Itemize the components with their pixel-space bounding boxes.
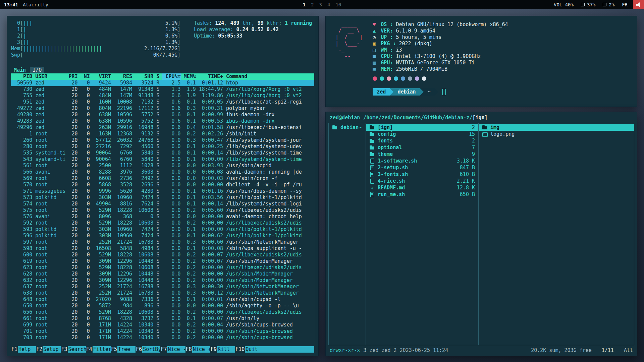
- process-row-pid-566[interactable]: 566avahi200828839763608S0.00.00:00.08ava…: [11, 169, 314, 175]
- process-row-pid-699[interactable]: 699root200171M1422410340S0.00.20:00.04/u…: [11, 322, 314, 328]
- process-row-pid-598[interactable]: 598root2001650858484984S0.00.10:00.08/sb…: [11, 245, 314, 252]
- prompt-segment-zed: zed: [373, 88, 390, 96]
- fkey-f8-nice[interactable]: Nice +: [192, 346, 210, 353]
- process-row-pid-260[interactable]: 260root200577122603224768S0.00.30:00.47/…: [11, 137, 314, 143]
- speaker-icon: [636, 2, 641, 7]
- column-header-virt[interactable]: VIRT: [90, 73, 111, 80]
- meter-cpu-3: 3[||1.3%]: [11, 39, 180, 46]
- module-keyboard-layout[interactable]: FR: [622, 2, 628, 7]
- process-row-pid-638[interactable]: 638root200252M2172416788S0.00.30:00.12/u…: [11, 290, 314, 296]
- process-row-pid-49296[interactable]: 49296zed200263M2991616948S0.60.40:01.58/…: [11, 124, 314, 131]
- disk-summary: 20.2K sum, 203G free: [531, 347, 592, 353]
- file-row-ign[interactable]: [ign]2: [366, 124, 478, 131]
- fkey-f10-quit[interactable]: Quit: [245, 346, 263, 353]
- tab-main[interactable]: Main: [11, 67, 29, 73]
- process-row-pid-543[interactable]: 543systemd-ti2009006467605840S0.00.10:00…: [11, 156, 314, 163]
- column-header-ni[interactable]: NI: [78, 73, 90, 80]
- column-header-pri[interactable]: PRI: [66, 73, 78, 80]
- process-row-pid-632[interactable]: 632root200309M1229610448S0.00.20:00.00/u…: [11, 277, 314, 284]
- fkey-f2-setup[interactable]: Setup: [43, 346, 61, 353]
- process-row-pid-619[interactable]: 619root200309M1229610448S0.00.20:00.07/u…: [11, 258, 314, 264]
- file-size: 3.18 K: [453, 158, 475, 164]
- workspace-3[interactable]: 3: [317, 2, 325, 7]
- module-cpu[interactable]: 2%: [603, 2, 614, 7]
- column-header-mem[interactable]: MEM%: [181, 73, 196, 80]
- module-memory[interactable]: 37%: [581, 2, 595, 7]
- file-row-readme-md[interactable]: ↓README.md12.8 K: [366, 184, 478, 191]
- process-row-pid-661[interactable]: 661root200876843283732S0.00.10:00.07/usr…: [11, 315, 314, 322]
- column-header-time[interactable]: TIME+: [196, 73, 223, 80]
- process-row-pid-656[interactable]: 656root200529M1822810608S0.00.20:00.00/u…: [11, 309, 314, 315]
- process-row-pid-571[interactable]: 571messagebus200999656204280S0.00.10:01.…: [11, 188, 314, 194]
- column-header-shr[interactable]: SHR: [132, 73, 153, 80]
- process-row-pid-573[interactable]: 573polkitd200303M109607424S0.00.10:03.56…: [11, 194, 314, 201]
- column-header-cpu[interactable]: CPU%▽: [162, 73, 180, 80]
- process-row-pid-755[interactable]: 755zed200484M147M91348S0.61.91:19.86/usr…: [11, 93, 314, 99]
- process-row-pid-574[interactable]: 574root2004990488167624S0.00.10:00.14/li…: [11, 201, 314, 207]
- file-size: 9: [469, 151, 475, 157]
- fkey-f3-search[interactable]: Search: [68, 346, 86, 353]
- workspace-4[interactable]: 4: [325, 2, 333, 7]
- process-row-pid-570[interactable]: 570root200586835282696S0.00.00:00.00dhcl…: [11, 182, 314, 188]
- process-row-pid-596[interactable]: 596polkitd200303M109607424S0.00.10:00.62…: [11, 233, 314, 239]
- preview-pane[interactable]: imglogo.png: [478, 123, 634, 345]
- shell-prompt[interactable]: zeddebian~: [373, 88, 508, 96]
- fkey-f6-sortby[interactable]: SortBy: [142, 346, 160, 353]
- workspace-2[interactable]: 2: [308, 2, 316, 7]
- process-row-pid-49280[interactable]: 49280zed200638M105965752S0.60.10:00.99ib…: [11, 112, 314, 118]
- workspace-1[interactable]: 1: [300, 2, 308, 7]
- column-header-pid[interactable]: PID: [11, 73, 32, 80]
- fkey-f5-tree[interactable]: Tree: [117, 346, 136, 353]
- process-row-pid-637[interactable]: 637root200252M2172416788S0.00.30:00.30/u…: [11, 284, 314, 290]
- process-row-pid-730[interactable]: 730zed200484M147M91348S1.31.918:44.97/us…: [11, 86, 314, 93]
- file-row-logo-png[interactable]: logo.png: [479, 131, 634, 137]
- process-row-pid-650[interactable]: 650root2005872984896S0.00.00:00.00/sbin/…: [11, 303, 314, 309]
- column-header-cmd[interactable]: Command: [223, 73, 314, 80]
- process-row-pid-50569[interactable]: 50569zed200942459843524R2.50.10:01.12hto…: [11, 80, 314, 86]
- user-host: zed@debian: [330, 115, 360, 121]
- process-row-pid-575[interactable]: 575root200529M1822810608S0.00.20:05.60/u…: [11, 207, 314, 214]
- process-row-pid-535[interactable]: 535systemd-ti2009006467605840S0.00.10:00…: [11, 150, 314, 156]
- fkey-f9-kill[interactable]: Kill: [217, 346, 235, 353]
- file-row-3-fonts-sh[interactable]: 3-fonts.sh610 B: [366, 171, 478, 178]
- file-row-2-setup-sh[interactable]: 2-setup.sh847 B: [366, 164, 478, 171]
- parent-pane[interactable]: debian~: [329, 123, 366, 345]
- column-header-user[interactable]: USER: [32, 73, 65, 80]
- file-row-run-me-sh[interactable]: run_me.sh650 B: [366, 191, 478, 198]
- process-row-pid-648[interactable]: 648root2002702090887336S0.00.10:00.01/us…: [11, 296, 314, 303]
- process-row-pid-951[interactable]: 951zed200160M100087132S0.60.10:09.05/usr…: [11, 99, 314, 105]
- process-row-pid-600[interactable]: 600root200529M1822810608S0.00.20:00.07/u…: [11, 252, 314, 258]
- process-row-pid-1[interactable]: 1root200163M123689132S0.00.20:02.26/sbin…: [11, 131, 314, 137]
- fkey-f7-nice[interactable]: Nice -: [167, 346, 185, 353]
- workspace-10[interactable]: 10: [333, 2, 344, 7]
- file-row-1-software-sh[interactable]: 1-software.sh3.18 K: [366, 158, 478, 164]
- process-row-pid-569[interactable]: 569root200660827362492S0.00.00:00.03/usr…: [11, 175, 314, 182]
- fkey-f4-filter[interactable]: Filter: [93, 346, 111, 353]
- process-row-pid-593[interactable]: 593polkitd200303M109607424S0.00.10:00.00…: [11, 226, 314, 233]
- fkey-f1-help[interactable]: Help: [18, 346, 36, 353]
- process-row-pid-49272[interactable]: 49272zed200804M2219617112S0.60.30:00.31p…: [11, 105, 314, 112]
- column-header-state[interactable]: S: [153, 73, 162, 80]
- file-row-optional[interactable]: optional7: [366, 144, 478, 151]
- process-row-pid-701[interactable]: 701root200171M1422410340S0.00.20:00.00/u…: [11, 328, 314, 335]
- file-row-4-rice-sh[interactable]: 4-rice.sh2.21 K: [366, 178, 478, 184]
- process-row-pid-592[interactable]: 592root200529M1822810608S0.00.20:00.00/u…: [11, 220, 314, 226]
- file-row-fonts[interactable]: fonts2: [366, 137, 478, 144]
- tab-io[interactable]: I/O: [30, 67, 44, 73]
- module-volume[interactable]: VOL 40%: [554, 2, 574, 7]
- file-row-config[interactable]: config15: [366, 131, 478, 137]
- process-row-pid-49283[interactable]: 49283zed200638M105965752S0.60.10:00.53ib…: [11, 118, 314, 124]
- column-header-res[interactable]: RES: [111, 73, 132, 80]
- process-row-pid-576[interactable]: 576avahi20080963680S0.00.00:00.00avahi-d…: [11, 214, 314, 220]
- process-row-pid-597[interactable]: 597root200252M2172416788S0.00.30:00.60/u…: [11, 239, 314, 245]
- module-audio[interactable]: [633, 0, 644, 9]
- file-row-debian[interactable]: debian~: [329, 124, 366, 131]
- process-row-pid-561[interactable]: 561root200250011121028S0.00.00:03.93/usr…: [11, 163, 314, 169]
- process-row-pid-623[interactable]: 623root200529M1822810608S0.00.20:00.00/u…: [11, 264, 314, 271]
- files-pane[interactable]: [ign]2config15fonts2optional7theme91-sof…: [366, 123, 478, 345]
- file-row-img[interactable]: img: [479, 124, 634, 131]
- process-row-pid-280[interactable]: 280root2002721672924560S0.00.10:00.25/li…: [11, 143, 314, 150]
- process-row-pid-628[interactable]: 628root200309M1229610448S0.00.20:00.00/u…: [11, 271, 314, 277]
- file-row-theme[interactable]: theme9: [366, 151, 478, 158]
- process-row-pid-703[interactable]: 703root200171M1422410340S0.00.20:00.00/u…: [11, 335, 314, 341]
